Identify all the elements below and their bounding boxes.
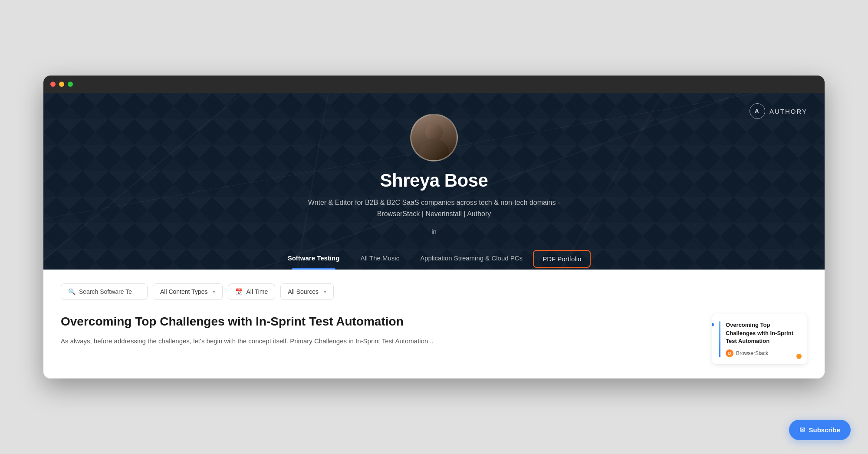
article-card-title: Overcoming Top Challenges with In-Sprint… xyxy=(726,321,800,345)
chevron-down-icon: ▾ xyxy=(213,289,215,295)
article-card-stripe xyxy=(719,321,720,357)
search-icon: 🔍 xyxy=(68,288,76,295)
tab-pdf-portfolio[interactable]: PDF Portfolio xyxy=(533,250,591,268)
filter-bar: 🔍 Search Software Te All Content Types ▾… xyxy=(61,283,807,300)
maximize-button[interactable] xyxy=(68,82,73,87)
sources-chevron-icon: ▾ xyxy=(324,289,326,295)
browserstack-logo: B xyxy=(726,349,733,357)
content-types-dropdown[interactable]: All Content Types ▾ xyxy=(153,283,223,300)
article-card-body: Overcoming Top Challenges with In-Sprint… xyxy=(712,314,807,364)
hero-bio: Writer & Editor for B2B & B2C SaaS compa… xyxy=(299,197,569,219)
hero-name: Shreya Bose xyxy=(43,170,825,191)
article-excerpt: As always, before addressing the challen… xyxy=(61,336,694,346)
source-name: BrowserStack xyxy=(736,350,768,356)
subscribe-button[interactable]: ✉ Subscribe xyxy=(789,420,851,440)
article-card-source: B BrowserStack xyxy=(726,349,800,357)
avatar xyxy=(410,114,458,161)
authory-logo-text: AUTHORY xyxy=(769,108,807,115)
browser-window: A AUTHORY Shreya Bose Writer & Editor fo… xyxy=(43,76,825,378)
close-button[interactable] xyxy=(50,82,56,87)
envelope-icon: ✉ xyxy=(799,426,805,434)
hero-section: A AUTHORY Shreya Bose Writer & Editor fo… xyxy=(43,93,825,270)
articles-container: Overcoming Top Challenges with In-Sprint… xyxy=(61,314,807,365)
blue-dot xyxy=(712,323,714,326)
article-card-preview[interactable]: Overcoming Top Challenges with In-Sprint… xyxy=(712,314,807,365)
article-card-text: Overcoming Top Challenges with In-Sprint… xyxy=(726,321,800,357)
time-dropdown[interactable]: 📅 All Time xyxy=(228,283,275,300)
hero-tabs: Software Testing All The Music Applicati… xyxy=(43,248,825,270)
article-card-inner: Overcoming Top Challenges with In-Sprint… xyxy=(719,321,800,357)
search-filter[interactable]: 🔍 Search Software Te xyxy=(61,283,148,300)
avatar-image xyxy=(411,115,457,160)
orange-dot xyxy=(796,354,802,359)
article-main: Overcoming Top Challenges with In-Sprint… xyxy=(61,314,694,365)
tab-app-streaming[interactable]: Application Streaming & Cloud PCs xyxy=(410,248,533,270)
linkedin-icon: in xyxy=(431,228,437,235)
minimize-button[interactable] xyxy=(59,82,64,87)
search-text: Search Software Te xyxy=(79,288,132,295)
sources-dropdown[interactable]: All Sources ▾ xyxy=(280,283,334,300)
calendar-icon: 📅 xyxy=(235,288,243,295)
authory-logo-circle: A xyxy=(750,103,765,119)
avatar-container xyxy=(410,114,458,161)
subscribe-label: Subscribe xyxy=(809,426,840,434)
article-title[interactable]: Overcoming Top Challenges with In-Sprint… xyxy=(61,314,694,329)
sources-label: All Sources xyxy=(288,288,319,295)
content-section: 🔍 Search Software Te All Content Types ▾… xyxy=(43,270,825,378)
hero-social[interactable]: in xyxy=(43,228,825,235)
content-types-label: All Content Types xyxy=(160,288,207,295)
authory-logo: A AUTHORY xyxy=(750,103,807,119)
tab-software-testing[interactable]: Software Testing xyxy=(277,248,350,270)
tab-all-the-music[interactable]: All The Music xyxy=(350,248,410,270)
time-label: All Time xyxy=(246,288,268,295)
browser-titlebar xyxy=(43,76,825,93)
